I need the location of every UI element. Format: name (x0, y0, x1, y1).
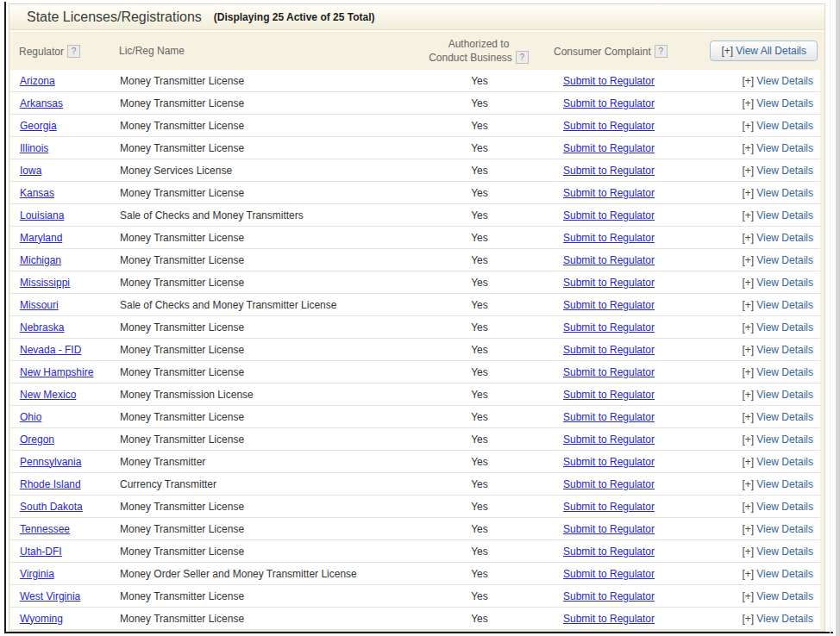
regulator-link[interactable]: South Dakota (20, 501, 83, 513)
regulator-link[interactable]: Ohio (20, 411, 41, 423)
regulator-link[interactable]: Iowa (20, 165, 41, 177)
plus-icon: [+] (743, 389, 755, 401)
view-details-link[interactable]: [+]View Details (743, 232, 814, 244)
submit-to-regulator-link[interactable]: Submit to Regulator (563, 344, 655, 356)
submit-to-regulator-link[interactable]: Submit to Regulator (563, 613, 655, 625)
submit-to-regulator-link[interactable]: Submit to Regulator (563, 254, 655, 266)
view-all-details-button[interactable]: [+]View All Details (710, 41, 818, 61)
regulator-link[interactable]: Louisiana (20, 209, 64, 221)
regulator-link[interactable]: Michigan (20, 254, 61, 266)
regulator-link[interactable]: Illinois (20, 142, 48, 154)
regulator-link[interactable]: West Virginia (20, 590, 80, 602)
view-details-link[interactable]: [+]View Details (743, 321, 814, 334)
table-row: KansasMoney Transmitter LicenseYesSubmit… (10, 182, 820, 204)
submit-to-regulator-link[interactable]: Submit to Regulator (563, 433, 655, 446)
view-details-link[interactable]: [+]View Details (743, 433, 814, 446)
regulator-link[interactable]: Arizona (20, 75, 55, 87)
view-details-link[interactable]: [+]View Details (743, 366, 814, 378)
authorized-value: Yes (404, 165, 555, 177)
view-details-link[interactable]: [+]View Details (743, 389, 814, 401)
regulator-link[interactable]: Virginia (20, 568, 54, 580)
regulator-link[interactable]: Mississippi (20, 277, 70, 289)
submit-to-regulator-link[interactable]: Submit to Regulator (563, 75, 655, 87)
view-details-link[interactable]: [+]View Details (743, 165, 814, 177)
license-name: Money Transmitter License (120, 75, 404, 87)
view-details-link[interactable]: [+]View Details (743, 590, 814, 602)
regulator-link[interactable]: New Hampshire (20, 366, 93, 378)
authorized-value: Yes (404, 613, 555, 625)
license-name: Sale of Checks and Money Transmitter Lic… (120, 299, 404, 311)
submit-to-regulator-link[interactable]: Submit to Regulator (563, 209, 655, 221)
regulator-link[interactable]: Arkansas (20, 97, 63, 109)
column-header-regulator: Regulator? (9, 45, 119, 58)
regulator-link[interactable]: Nevada - FID (20, 344, 81, 356)
authorized-value: Yes (404, 120, 555, 132)
submit-to-regulator-link[interactable]: Submit to Regulator (563, 590, 655, 602)
regulator-link[interactable]: Nebraska (20, 321, 64, 334)
submit-to-regulator-link[interactable]: Submit to Regulator (563, 142, 655, 154)
view-details-link[interactable]: [+]View Details (743, 546, 814, 558)
view-details-link[interactable]: [+]View Details (743, 478, 814, 490)
submit-to-regulator-link[interactable]: Submit to Regulator (563, 366, 655, 378)
regulator-link[interactable]: Maryland (20, 232, 62, 244)
view-details-link[interactable]: [+]View Details (743, 187, 814, 199)
license-name: Money Transmitter License (120, 120, 404, 132)
regulator-link[interactable]: Kansas (20, 187, 54, 199)
window-edge-strip (836, 0, 840, 636)
regulator-link[interactable]: Pennsylvania (20, 456, 81, 468)
submit-to-regulator-link[interactable]: Submit to Regulator (563, 523, 655, 535)
view-details-link[interactable]: [+]View Details (743, 75, 814, 87)
submit-to-regulator-link[interactable]: Submit to Regulator (563, 478, 655, 490)
table-row: West VirginiaMoney Transmitter LicenseYe… (10, 585, 820, 608)
table-row: PennsylvaniaMoney TransmitterYesSubmit t… (10, 451, 820, 473)
view-details-link[interactable]: [+]View Details (743, 209, 814, 221)
view-details-link[interactable]: [+]View Details (743, 523, 814, 535)
table-row: South DakotaMoney Transmitter LicenseYes… (10, 496, 820, 518)
view-details-link[interactable]: [+]View Details (743, 501, 814, 513)
view-details-link[interactable]: [+]View Details (743, 568, 814, 580)
table-row: New MexicoMoney Transmission LicenseYesS… (10, 383, 820, 406)
submit-to-regulator-link[interactable]: Submit to Regulator (563, 389, 655, 401)
regulator-link[interactable]: Oregon (20, 433, 54, 446)
column-header-authorized: Authorized to Conduct Business? (404, 38, 554, 65)
submit-to-regulator-link[interactable]: Submit to Regulator (563, 277, 655, 289)
submit-to-regulator-link[interactable]: Submit to Regulator (563, 299, 655, 311)
view-details-link[interactable]: [+]View Details (743, 411, 814, 423)
view-details-link[interactable]: [+]View Details (743, 344, 814, 356)
regulator-link[interactable]: Rhode Island (20, 478, 81, 490)
view-details-link[interactable]: [+]View Details (743, 613, 814, 625)
submit-to-regulator-link[interactable]: Submit to Regulator (563, 232, 655, 244)
plus-icon: [+] (743, 142, 755, 154)
license-name: Money Transmitter License (120, 411, 404, 423)
submit-to-regulator-link[interactable]: Submit to Regulator (563, 568, 655, 580)
regulator-link[interactable]: Missouri (20, 299, 59, 311)
submit-to-regulator-link[interactable]: Submit to Regulator (563, 321, 655, 334)
submit-to-regulator-link[interactable]: Submit to Regulator (563, 411, 655, 423)
license-name: Money Transmitter License (120, 97, 404, 109)
view-details-link[interactable]: [+]View Details (743, 456, 814, 468)
view-details-link[interactable]: [+]View Details (743, 277, 814, 289)
regulator-link[interactable]: Georgia (20, 120, 57, 132)
authorized-value: Yes (404, 501, 555, 513)
submit-to-regulator-link[interactable]: Submit to Regulator (563, 456, 655, 468)
regulator-link[interactable]: New Mexico (20, 389, 76, 401)
submit-to-regulator-link[interactable]: Submit to Regulator (563, 165, 655, 177)
regulator-link[interactable]: Utah-DFI (20, 546, 62, 558)
submit-to-regulator-link[interactable]: Submit to Regulator (563, 187, 655, 199)
submit-to-regulator-link[interactable]: Submit to Regulator (563, 546, 655, 558)
regulator-link[interactable]: Tennessee (20, 523, 70, 535)
authorized-value: Yes (404, 344, 555, 356)
submit-to-regulator-link[interactable]: Submit to Regulator (563, 501, 655, 513)
plus-icon: [+] (743, 411, 755, 423)
regulator-help-icon[interactable]: ? (67, 45, 80, 58)
submit-to-regulator-link[interactable]: Submit to Regulator (563, 120, 655, 132)
view-details-link[interactable]: [+]View Details (743, 299, 814, 311)
plus-icon: [+] (743, 590, 755, 602)
view-details-link[interactable]: [+]View Details (743, 254, 814, 266)
authorized-help-icon[interactable]: ? (516, 51, 529, 64)
regulator-link[interactable]: Wyoming (20, 613, 63, 625)
submit-to-regulator-link[interactable]: Submit to Regulator (563, 97, 655, 109)
view-details-link[interactable]: [+]View Details (743, 142, 814, 154)
view-details-link[interactable]: [+]View Details (743, 97, 814, 109)
view-details-link[interactable]: [+]View Details (743, 120, 814, 132)
